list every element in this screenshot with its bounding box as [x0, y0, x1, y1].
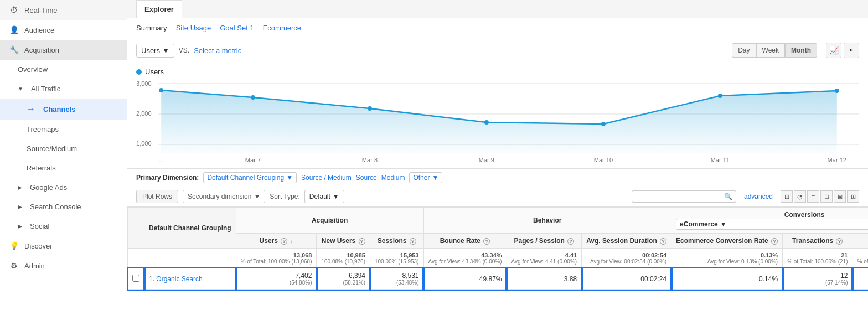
- row1-channel-link[interactable]: Organic Search: [156, 275, 202, 283]
- scatter-chart-button[interactable]: ⚬: [844, 43, 859, 58]
- row1-checkbox[interactable]: [128, 268, 144, 290]
- compare-view-icon[interactable]: ⊠: [834, 190, 846, 203]
- dimension-row: Primary Dimension: Default Channel Group…: [127, 168, 868, 187]
- svg-text:Mar 9: Mar 9: [479, 157, 494, 163]
- row1-revenue: $701.71 (62.63%): [852, 268, 868, 290]
- transactions-info-icon[interactable]: ?: [836, 238, 843, 245]
- bounce-rate-info-icon[interactable]: ?: [483, 238, 490, 245]
- sidebar-item-audience[interactable]: 👤 Audience: [0, 20, 127, 40]
- dimension-other-selector[interactable]: Other ▼: [409, 172, 442, 183]
- current-indicator: →: [27, 104, 35, 114]
- month-button[interactable]: Month: [785, 43, 817, 58]
- pages-session-info-icon[interactable]: ?: [567, 238, 574, 245]
- pages-session-header: Pages / Session ?: [507, 234, 582, 249]
- dimension-link-medium[interactable]: Medium: [381, 174, 405, 182]
- secondary-dim-arrow: ▼: [254, 193, 260, 200]
- sidebar-item-channels[interactable]: → Channels: [0, 99, 127, 120]
- expand-arrow: ▼: [18, 86, 23, 92]
- sidebar-item-referrals[interactable]: Referrals: [0, 158, 127, 178]
- chart-type-buttons: 📈 ⚬: [826, 43, 859, 58]
- chart-area: Users 3,000 2,000 1,000: [127, 63, 868, 168]
- total-revenue: $1,120.35 % of Total: 100.00% ($1,120.35…: [852, 249, 868, 268]
- pivot-view-icon[interactable]: ⊟: [820, 190, 833, 203]
- svg-point-6: [159, 88, 163, 92]
- total-avg-session: 00:02:54 Avg for View: 00:02:54 (0.00%): [582, 249, 671, 268]
- sidebar-item-searchconsole[interactable]: ▶ Search Console: [0, 197, 127, 216]
- dimension-selector[interactable]: Default Channel Grouping ▼: [203, 172, 297, 183]
- sidebar-label-overview: Overview: [18, 65, 48, 74]
- sidebar-label-googleads: Google Ads: [30, 183, 67, 192]
- total-row: 13,068 % of Total: 100.00% (13,068) 10,9…: [128, 249, 869, 268]
- svg-text:Mar 11: Mar 11: [711, 157, 730, 163]
- tab-explorer[interactable]: Explorer: [136, 0, 182, 18]
- sessions-info-icon[interactable]: ?: [410, 238, 416, 245]
- sidebar-label-channels: Channels: [43, 105, 76, 113]
- search-input[interactable]: [636, 193, 724, 200]
- total-pages-session: 4.41 Avg for View: 4.41 (0.00%): [507, 249, 582, 268]
- row1-transactions: 12 (57.14%): [783, 268, 852, 290]
- row1-users: 7,402 (54.88%): [236, 268, 317, 290]
- sort-type-value: Default: [309, 193, 330, 200]
- subtab-goalset[interactable]: Goal Set 1: [220, 23, 254, 33]
- metric-selector[interactable]: Users ▼: [136, 44, 174, 58]
- row1-channel: 1. Organic Search: [144, 268, 236, 290]
- sidebar-item-admin[interactable]: ⚙ Admin: [0, 256, 127, 276]
- sidebar-item-treemaps[interactable]: Treemaps: [0, 120, 127, 139]
- total-sessions: 15,953 100.00% (15,953): [370, 249, 423, 268]
- controls-row: Users ▼ VS. Select a metric Day Week Mon…: [127, 38, 868, 63]
- line-chart-button[interactable]: 📈: [826, 43, 841, 58]
- sidebar-item-overview[interactable]: Overview: [0, 60, 127, 79]
- subtab-siteusage[interactable]: Site Usage: [176, 23, 211, 33]
- day-button[interactable]: Day: [732, 43, 756, 58]
- sidebar-label-realtime: Real-Time: [24, 6, 57, 14]
- row1-pages-session: 3.88: [507, 268, 582, 290]
- ecommerce-selector[interactable]: eCommerce ▼: [676, 219, 868, 230]
- sidebar-item-acquisition[interactable]: 🔧 Acquisition: [0, 40, 127, 60]
- total-new-users: 10,985 100.08% (10,976): [317, 249, 370, 268]
- sort-type-label: Sort Type:: [270, 193, 299, 200]
- users-sort-arrow[interactable]: ↓: [291, 238, 293, 244]
- avg-session-header: Avg. Session Duration ?: [582, 234, 671, 249]
- avg-session-info-icon[interactable]: ?: [660, 238, 666, 245]
- svg-point-8: [368, 106, 372, 111]
- sort-type-selector[interactable]: Default ▼: [304, 190, 344, 203]
- chart-svg-container: 3,000 2,000 1,000: [136, 78, 859, 168]
- column-view-icon[interactable]: ⊞: [847, 190, 859, 203]
- sidebar-item-googleads[interactable]: ▶ Google Ads: [0, 178, 127, 197]
- users-info-icon[interactable]: ?: [281, 238, 287, 245]
- week-button[interactable]: Week: [756, 43, 785, 58]
- pie-view-icon[interactable]: ◔: [794, 190, 806, 203]
- select-metric-link[interactable]: Select a metric: [194, 46, 241, 55]
- discover-icon: 💡: [9, 241, 19, 250]
- search-box: 🔍: [632, 190, 736, 203]
- checkbox-header: [128, 208, 144, 249]
- sidebar-item-realtime[interactable]: ⏱ Real-Time: [0, 0, 127, 20]
- ecommerce-rate-info-icon[interactable]: ?: [771, 238, 778, 245]
- bar-view-icon[interactable]: ≡: [807, 190, 819, 203]
- row1-checkbox-input[interactable]: [132, 275, 140, 282]
- channel-grouping-header: Default Channel Grouping: [144, 208, 236, 249]
- legend-label-users: Users: [145, 68, 164, 76]
- new-users-info-icon[interactable]: ?: [359, 238, 365, 245]
- svg-text:Mar 10: Mar 10: [594, 157, 613, 163]
- new-users-header: New Users ?: [317, 234, 370, 249]
- dimension-link-source-medium[interactable]: Source / Medium: [301, 174, 352, 182]
- search-icon[interactable]: 🔍: [724, 193, 732, 200]
- sidebar-item-discover[interactable]: 💡 Discover: [0, 236, 127, 256]
- row1-sessions: 8,531 (53.48%): [370, 268, 423, 290]
- dimension-link-source[interactable]: Source: [356, 174, 377, 182]
- view-icons: ⊞ ◔ ≡ ⊟ ⊠ ⊞: [781, 190, 859, 203]
- sidebar-item-sourcemedium[interactable]: Source/Medium: [0, 139, 127, 158]
- grid-view-icon[interactable]: ⊞: [781, 190, 793, 203]
- subtab-summary[interactable]: Summary: [136, 23, 167, 33]
- social-arrow: ▶: [18, 223, 22, 229]
- sidebar-label-admin: Admin: [24, 262, 45, 270]
- plot-rows-button[interactable]: Plot Rows: [136, 190, 178, 203]
- sidebar-item-social[interactable]: ▶ Social: [0, 216, 127, 236]
- dimension-other-arrow: ▼: [432, 174, 438, 182]
- searchconsole-arrow: ▶: [18, 204, 22, 210]
- advanced-link[interactable]: advanced: [744, 193, 773, 200]
- subtab-ecommerce[interactable]: Ecommerce: [263, 23, 301, 33]
- secondary-dimension-button[interactable]: Secondary dimension ▼: [183, 190, 265, 203]
- sidebar-item-alltraffic[interactable]: ▼ All Traffic: [0, 79, 127, 99]
